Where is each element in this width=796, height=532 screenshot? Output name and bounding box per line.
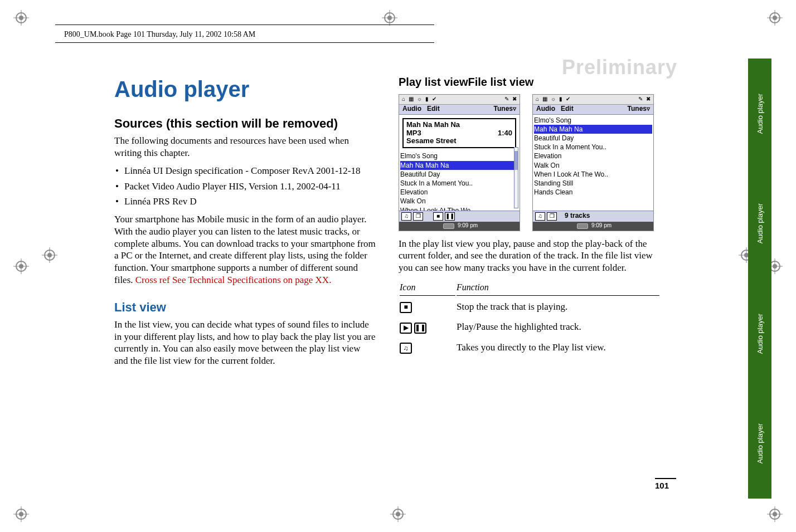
np-type: MP3 (406, 129, 421, 138)
menu-edit: Edit (561, 105, 574, 113)
register-mark-icon (767, 10, 783, 26)
menu-audio: Audio (536, 105, 555, 113)
status-icon: ✎ (638, 96, 643, 103)
cross-ref-text: Cross ref See Technical Specifications o… (135, 275, 332, 285)
list-item: Stuck In a Moment You.. (400, 179, 518, 188)
spine-tab-label: Audio player (756, 203, 764, 243)
bullet-list: Linnéa UI Design specification - Compose… (114, 165, 376, 208)
heading-list-view: List view (114, 300, 376, 315)
status-icon: ✖ (512, 96, 517, 103)
icon-cell: ■ (400, 297, 455, 316)
spine-tabs: Audio player Audio player Audio player A… (748, 58, 771, 499)
status-icon: ⌂ (402, 96, 405, 103)
status-icon: ⌂ (536, 96, 539, 103)
phone-menu-bar: Audio Edit Tunes▿ (399, 105, 520, 115)
note-icon: ♫ (535, 212, 545, 221)
table-row: ♫ Takes you directly to the Play list vi… (400, 338, 659, 358)
status-icon: ✎ (504, 96, 509, 103)
list-item: When I Look At The Wo.. (534, 170, 652, 179)
table-header-icon: Icon (400, 281, 455, 296)
function-cell: Takes you directly to the Play list view… (457, 338, 659, 358)
list-item: Elmo's Song (400, 152, 518, 160)
pause-icon: ❚❚ (414, 323, 426, 334)
track-list: Elmo's SongMah Na Mah NaBeautiful DayStu… (399, 152, 520, 210)
clock: 9:09 pm (458, 222, 478, 230)
heading-views: Play list viewFile list view (399, 75, 661, 90)
list-item: Hands Clean (534, 188, 652, 197)
register-mark-icon (13, 10, 29, 26)
doc-icon: ❐ (413, 212, 423, 221)
list-item: Mah Na Mah Na (400, 161, 518, 170)
spine-tab-label: Audio player (756, 94, 764, 134)
list-item: Stuck In a Moment You.. (534, 143, 652, 152)
bullet-item: Packet Video Audio Player HIS, Version 1… (114, 180, 376, 193)
running-head: P800_UM.book Page 101 Thursday, July 11,… (64, 30, 255, 39)
list-item: When I Look At The Wo.. (400, 206, 518, 211)
screenshot-play-list-view: ⌂ ▦ ☼ ▮ ✔ ✎ ✖ Audio Edit Tunes▿ (399, 94, 520, 231)
note-icon: ♫ (400, 343, 412, 354)
list-item: Walk On (534, 161, 652, 170)
phone-menu-bar: Audio Edit Tunes▿ (533, 105, 653, 115)
stop-icon: ■ (433, 212, 443, 221)
list-item: Elevation (400, 188, 518, 197)
column-right: Play list viewFile list view ⌂ ▦ ☼ ▮ ✔ ✎… (399, 75, 661, 373)
keyboard-icon (577, 223, 588, 229)
list-item: Beautiful Day (400, 170, 518, 179)
column-left: Audio player Sources (this section will … (114, 75, 376, 373)
register-mark-icon (390, 506, 406, 522)
page: P800_UM.book Page 101 Thursday, July 11,… (47, 22, 716, 507)
status-icon: ☼ (551, 96, 556, 103)
dropdown-icon: ▿ (513, 105, 516, 113)
menu-edit: Edit (427, 105, 440, 113)
register-mark-icon (13, 258, 29, 274)
now-playing-box: Mah Na Mah Na MP31:40 Sesame Street (402, 118, 516, 149)
play-icon: ▶ (400, 323, 412, 334)
scrollbar (514, 147, 518, 208)
paragraph: Your smartphone has Mobile music in the … (114, 213, 376, 286)
table-header-function: Function (457, 281, 659, 296)
status-icon: ✔ (566, 96, 570, 103)
paragraph: In the list view, you can decide what ty… (114, 319, 376, 367)
icon-cell: ▶❚❚ (400, 318, 455, 337)
register-mark-icon (13, 506, 29, 522)
status-icon: ▮ (559, 96, 562, 103)
phone-toolbar: ♫ ❐ ■ ❚❚ (399, 211, 520, 222)
spine-tab-label: Audio player (756, 423, 764, 463)
status-icon: ✔ (432, 96, 436, 103)
paragraph: The following documents and resources ha… (114, 135, 376, 159)
list-item: Mah Na Mah Na (534, 125, 652, 134)
phone-status-bar: ⌂ ▦ ☼ ▮ ✔ ✎ ✖ (399, 95, 520, 105)
bullet-item: Linnéa PRS Rev D (114, 196, 376, 208)
stop-icon: ■ (400, 302, 412, 313)
bullet-item: Linnéa UI Design specification - Compose… (114, 165, 376, 177)
scrollbar-thumb (515, 151, 518, 170)
status-icon: ☼ (417, 96, 422, 103)
chapter-title: Audio player (114, 75, 376, 104)
status-icon: ▮ (425, 96, 429, 103)
list-item: Beautiful Day (534, 134, 652, 143)
list-item: Elmo's Song (534, 116, 652, 125)
note-icon: ♫ (401, 212, 411, 221)
doc-icon: ❐ (547, 212, 557, 221)
phone-status-bar: ⌂ ▦ ☼ ▮ ✔ ✎ ✖ (533, 95, 653, 105)
screenshots-row: ⌂ ▦ ☼ ▮ ✔ ✎ ✖ Audio Edit Tunes▿ (399, 94, 661, 231)
icon-cell: ♫ (400, 338, 455, 358)
heading-sources: Sources (this section will be removed) (114, 116, 376, 131)
list-item: Walk On (400, 197, 518, 206)
np-time: 1:40 (498, 129, 512, 138)
table-row: ▶❚❚ Play/Pause the highlighted track. (400, 318, 659, 337)
menu-tunes: Tunes (494, 105, 513, 113)
phone-toolbar: ♫ ❐ 9 tracks (533, 211, 653, 222)
phone-footer: 9:09 pm (399, 222, 520, 231)
spine-tab-label: Audio player (756, 314, 764, 354)
np-artist: Sesame Street (406, 137, 512, 145)
screenshot-file-list-view: ⌂ ▦ ☼ ▮ ✔ ✎ ✖ Audio Edit Tunes▿ (532, 94, 654, 231)
table-row: ■ Stop the track that is playing. (400, 297, 659, 316)
phone-footer: 9:09 pm (533, 222, 653, 231)
icon-function-table: Icon Function ■ Stop the track that is p… (399, 280, 661, 359)
list-item: Standing Still (534, 179, 652, 188)
status-icon: ▦ (542, 96, 547, 103)
menu-tunes: Tunes (628, 105, 647, 113)
function-cell: Play/Pause the highlighted track. (457, 318, 659, 337)
function-cell: Stop the track that is playing. (457, 297, 659, 316)
